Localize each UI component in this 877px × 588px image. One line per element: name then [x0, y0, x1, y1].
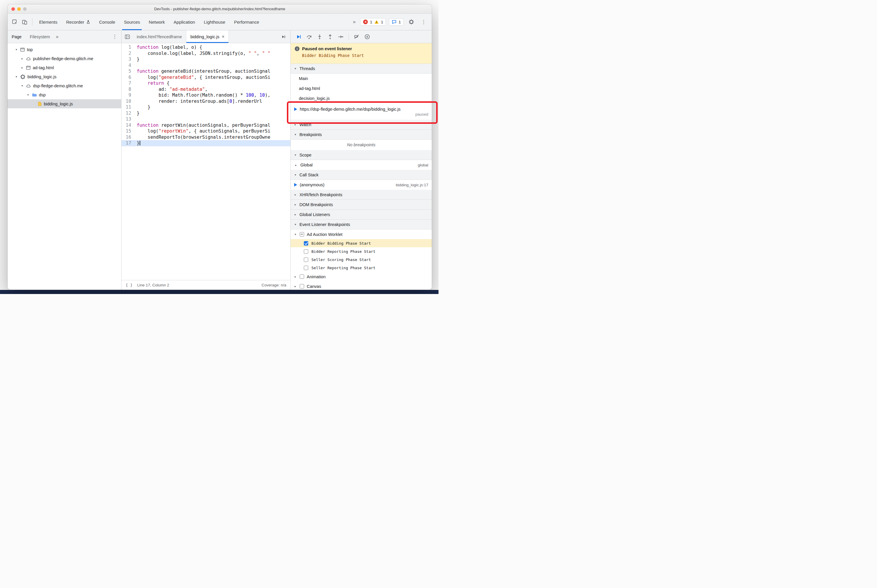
- line-number[interactable]: 9: [122, 92, 135, 98]
- section-threads[interactable]: ▾ Threads: [291, 64, 432, 74]
- section-global-listeners[interactable]: ▸ Global Listeners: [291, 210, 432, 219]
- line-number[interactable]: 7: [122, 80, 135, 86]
- code-line[interactable]: 5function generateBid(interestGroup, auc…: [122, 68, 290, 75]
- elb-item-bidder-reporting-phase-start[interactable]: Bidder Reporting Phase Start: [291, 247, 432, 255]
- zoom-window-button[interactable]: [23, 7, 27, 11]
- checkbox[interactable]: [304, 258, 308, 262]
- scope-global-row[interactable]: ▸ Global global: [291, 160, 432, 170]
- tab-elements[interactable]: Elements: [35, 14, 62, 30]
- step-over-icon[interactable]: [305, 32, 313, 41]
- line-number[interactable]: 5: [122, 68, 135, 75]
- tree-item-ad-tag-html[interactable]: ▸ad-tag.html: [8, 63, 121, 72]
- line-number[interactable]: 10: [122, 98, 135, 105]
- checkbox[interactable]: [304, 241, 308, 246]
- tab-console[interactable]: Console: [95, 14, 119, 30]
- line-number[interactable]: 16: [122, 134, 135, 140]
- next-editor-tab-icon[interactable]: [278, 30, 289, 43]
- code-line[interactable]: 2 console.log(label, JSON.stringify(o, "…: [122, 51, 290, 57]
- line-number[interactable]: 2: [122, 51, 135, 57]
- section-scope[interactable]: ▾ Scope: [291, 150, 432, 160]
- section-event-listener-breakpoints[interactable]: ▾ Event Listener Breakpoints: [291, 219, 432, 230]
- step-out-icon[interactable]: [326, 32, 334, 41]
- close-window-button[interactable]: [11, 7, 15, 11]
- line-number[interactable]: 3: [122, 56, 135, 63]
- code-line[interactable]: 10 render: interestGroup.ads[0].renderUr…: [122, 98, 290, 105]
- code-line[interactable]: 1function log(label, o) {: [122, 44, 290, 51]
- tab-sources[interactable]: Sources: [119, 14, 144, 30]
- tree-item-bidding-logic-js[interactable]: bidding_logic.js: [8, 99, 121, 108]
- code-line[interactable]: 12}: [122, 110, 290, 117]
- console-status-button[interactable]: 1 1: [360, 18, 386, 26]
- step-into-icon[interactable]: [315, 32, 324, 41]
- tab-lighthouse[interactable]: Lighthouse: [200, 14, 230, 30]
- code-line[interactable]: 16 sendReportTo(browserSignals.interestG…: [122, 134, 290, 140]
- line-number[interactable]: 13: [122, 116, 135, 122]
- editor-tab-index-html-fencedframe[interactable]: index.html?fencedframe: [132, 30, 187, 43]
- code-line[interactable]: 15 log("reportWin", { auctionSignals, pe…: [122, 128, 290, 134]
- checkbox[interactable]: [304, 266, 308, 270]
- elb-item-bidder-bidding-phase-start[interactable]: Bidder Bidding Phase Start: [291, 239, 432, 247]
- code-line[interactable]: 17}: [122, 140, 290, 146]
- resume-icon[interactable]: [294, 32, 303, 41]
- thread-item[interactable]: ad-tag.html: [291, 84, 432, 93]
- hide-navigator-icon[interactable]: [122, 30, 132, 43]
- section-breakpoints[interactable]: ▾ Breakpoints: [291, 130, 432, 140]
- checkbox[interactable]: [300, 274, 304, 279]
- inspect-icon[interactable]: [10, 17, 19, 27]
- tab-application[interactable]: Application: [169, 14, 199, 30]
- section-call-stack[interactable]: ▾ Call Stack: [291, 170, 432, 180]
- line-number[interactable]: 11: [122, 104, 135, 110]
- thread-item-current[interactable]: https://dsp-fledge-demo.glitch.me/dsp/bi…: [291, 104, 432, 120]
- tree-item-publisher-fledge-demo-glitch-me[interactable]: ▸publisher-fledge-demo.glitch.me: [8, 54, 121, 63]
- minimize-window-button[interactable]: [17, 7, 21, 11]
- line-number[interactable]: 14: [122, 122, 135, 129]
- device-toolbar-icon[interactable]: [20, 17, 29, 27]
- checkbox[interactable]: [300, 232, 304, 237]
- line-number[interactable]: 17: [122, 140, 135, 146]
- code-line[interactable]: 9 bid: Math.floor(Math.random() * 100, 1…: [122, 92, 290, 98]
- editor-tab-bidding-logic-js[interactable]: bidding_logic.js: [187, 30, 229, 43]
- elb-category-ad-auction-worklet[interactable]: ▾Ad Auction Worklet: [291, 230, 432, 239]
- line-number[interactable]: 6: [122, 75, 135, 81]
- deactivate-breakpoints-icon[interactable]: [352, 32, 361, 41]
- elb-item-seller-scoring-phase-start[interactable]: Seller Scoring Phase Start: [291, 255, 432, 264]
- code-editor[interactable]: 1function log(label, o) {2 console.log(l…: [122, 43, 290, 280]
- tree-item-dsp-fledge-demo-glitch-me[interactable]: ▾dsp-fledge-demo.glitch.me: [8, 81, 121, 90]
- settings-gear-icon[interactable]: [407, 17, 416, 27]
- thread-item[interactable]: decision_logic.js: [291, 93, 432, 104]
- code-line[interactable]: 7 return {: [122, 80, 290, 86]
- checkbox[interactable]: [304, 249, 308, 254]
- code-line[interactable]: 6 log("generateBid", { interestGroup, au…: [122, 75, 290, 81]
- code-line[interactable]: 13: [122, 116, 290, 122]
- code-line[interactable]: 14function reportWin(auctionSignals, per…: [122, 122, 290, 129]
- checkbox[interactable]: [300, 284, 304, 288]
- code-line[interactable]: 11 }: [122, 104, 290, 110]
- close-tab-icon[interactable]: [222, 34, 224, 39]
- code-line[interactable]: 4: [122, 63, 290, 69]
- navigator-tab-filesystem[interactable]: Filesystem: [26, 30, 54, 43]
- line-number[interactable]: 4: [122, 63, 135, 69]
- kebab-menu-icon[interactable]: [419, 17, 428, 27]
- thread-item[interactable]: Main: [291, 74, 432, 84]
- navigator-menu-icon[interactable]: ⋮: [108, 34, 121, 40]
- tab-recorder[interactable]: Recorder: [62, 14, 95, 30]
- elb-category-canvas[interactable]: ▸Canvas: [291, 282, 432, 290]
- navigator-tab-page[interactable]: Page: [8, 30, 26, 43]
- tree-item-dsp[interactable]: ▾dsp: [8, 90, 121, 99]
- section-dom-breakpoints[interactable]: ▸ DOM Breakpoints: [291, 200, 432, 210]
- navigator-more-tabs-button[interactable]: »: [54, 34, 60, 39]
- issues-button[interactable]: 1: [389, 18, 404, 26]
- tab-performance[interactable]: Performance: [230, 14, 263, 30]
- line-number[interactable]: 8: [122, 86, 135, 93]
- call-stack-frame[interactable]: (anonymous) bidding_logic.js:17: [291, 180, 432, 190]
- frame-location-link[interactable]: bidding_logic.js:17: [396, 183, 428, 187]
- tree-item-top[interactable]: ▾top: [8, 45, 121, 54]
- line-number[interactable]: 1: [122, 44, 135, 51]
- step-icon[interactable]: [336, 32, 345, 41]
- line-number[interactable]: 15: [122, 128, 135, 134]
- code-line[interactable]: 8 ad: "ad-metadata",: [122, 86, 290, 93]
- pause-on-exceptions-icon[interactable]: [363, 32, 372, 41]
- tree-item-bidding-logic-js[interactable]: ▾bidding_logic.js: [8, 72, 121, 81]
- line-number[interactable]: 12: [122, 110, 135, 117]
- pretty-print-icon[interactable]: { }: [126, 283, 132, 287]
